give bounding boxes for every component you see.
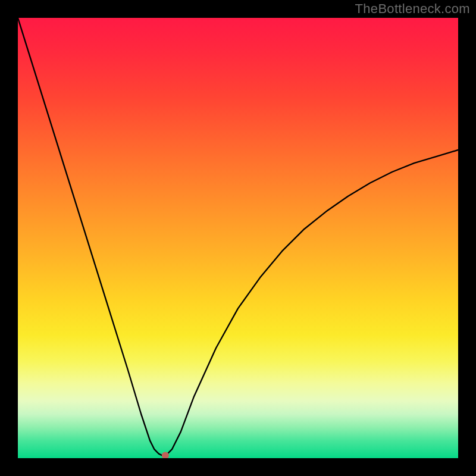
watermark-text: TheBottleneck.com xyxy=(355,1,470,17)
chart-frame: TheBottleneck.com xyxy=(0,0,476,476)
bottleneck-curve xyxy=(18,18,458,456)
plot-area xyxy=(18,18,458,458)
curve-svg xyxy=(18,18,458,458)
